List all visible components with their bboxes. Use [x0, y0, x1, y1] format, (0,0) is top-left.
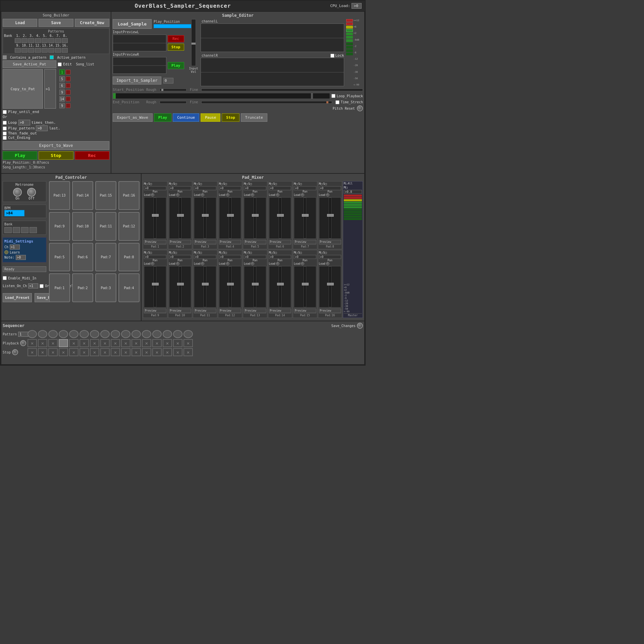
seq-st-btn-14[interactable]: ✕: [163, 348, 172, 356]
pad-11[interactable]: Pad:11: [95, 212, 116, 241]
rec-button-l[interactable]: Rec: [168, 35, 184, 42]
copy-num-input[interactable]: [44, 69, 56, 109]
sb-rec-button[interactable]: Rec: [75, 151, 109, 160]
seq-btn-9[interactable]: [111, 330, 120, 338]
pad-4[interactable]: Pad:4: [118, 273, 140, 302]
preview-btn-4[interactable]: Preview: [219, 240, 241, 244]
pat-ind-14[interactable]: [48, 48, 54, 53]
seq-pb-btn-5[interactable]: ✕: [69, 339, 78, 347]
import-button[interactable]: Import_to_Sampler: [113, 76, 161, 85]
fader-14[interactable]: [269, 266, 291, 308]
load-knob-6[interactable]: [276, 193, 279, 197]
play-until-end-checkbox[interactable]: [3, 110, 7, 114]
import-num-input[interactable]: [163, 78, 173, 84]
seq-pb-btn-13[interactable]: ✕: [152, 339, 162, 347]
seq-btn-4[interactable]: [59, 330, 68, 338]
pitch-reset-knob[interactable]: [357, 105, 363, 111]
seq-pb-btn-9[interactable]: ✕: [111, 339, 120, 347]
seq-stop-knob[interactable]: [12, 349, 18, 355]
load-knob-11[interactable]: [201, 262, 204, 265]
load-knob-4[interactable]: [226, 193, 229, 197]
pad-12[interactable]: Pad:12: [118, 212, 140, 241]
lock-checkbox[interactable]: [330, 54, 334, 58]
pat-ind-13[interactable]: [42, 48, 48, 53]
seq-st-btn-1[interactable]: ✕: [28, 348, 37, 356]
preview-btn-8[interactable]: Preview: [319, 240, 341, 244]
start-fine-slider[interactable]: [201, 89, 363, 91]
seq-btn-8[interactable]: [100, 330, 110, 338]
sb-stop-button[interactable]: Stop: [39, 151, 73, 160]
stop-button-l[interactable]: Stop: [168, 44, 184, 51]
load-button[interactable]: Load: [3, 19, 37, 27]
pat-ind-6[interactable]: [48, 38, 54, 43]
song-item-num-6[interactable]: 6: [59, 83, 65, 88]
pat-ind-1[interactable]: [15, 38, 21, 43]
preview-btn-14[interactable]: Preview: [269, 309, 291, 313]
seq-btn-15[interactable]: [173, 330, 182, 338]
seq-st-btn-4[interactable]: ✕: [59, 348, 68, 356]
song-item-num-14[interactable]: 14: [59, 96, 65, 102]
fader-16[interactable]: [319, 266, 341, 308]
loop-playback-checkbox[interactable]: [331, 94, 335, 98]
bank-box-4[interactable]: [30, 227, 37, 233]
song-item-num-1[interactable]: 1: [59, 69, 65, 75]
seq-btn-7[interactable]: [90, 330, 99, 338]
midi-ch-input[interactable]: [10, 245, 20, 250]
preview-btn-15[interactable]: Preview: [294, 309, 316, 313]
seq-pb-btn-15[interactable]: ✕: [173, 339, 182, 347]
end-rough-slider[interactable]: [160, 101, 186, 104]
song-item-del-14[interactable]: [66, 97, 70, 101]
song-item-del-6[interactable]: [66, 83, 70, 88]
fader-9[interactable]: [144, 266, 166, 308]
pat-ind-8[interactable]: [62, 38, 68, 43]
se-pause-button[interactable]: Pause: [201, 113, 220, 122]
bank-box-1[interactable]: [4, 227, 12, 233]
fader-11[interactable]: [194, 266, 216, 308]
play-position-bar[interactable]: [154, 24, 194, 28]
play-button-r[interactable]: Play: [168, 62, 184, 69]
preview-btn-6[interactable]: Preview: [269, 240, 291, 244]
fader-5[interactable]: [244, 197, 266, 239]
loop-checkbox[interactable]: [3, 121, 7, 125]
pad-5[interactable]: Pad:5: [49, 243, 70, 272]
fader-3[interactable]: [194, 197, 216, 239]
preview-btn-3[interactable]: Preview: [194, 240, 216, 244]
load-knob-7[interactable]: [301, 193, 304, 197]
seq-pattern-input[interactable]: [18, 332, 28, 337]
seq-st-btn-13[interactable]: ✕: [152, 348, 162, 356]
load-knob-13[interactable]: [251, 262, 254, 265]
pat-ind-12[interactable]: [35, 48, 41, 53]
load-knob-8[interactable]: [326, 193, 329, 197]
seq-pb-btn-8[interactable]: ✕: [100, 339, 110, 347]
load-knob-16[interactable]: [326, 262, 329, 265]
seq-btn-1[interactable]: [28, 330, 37, 338]
preview-btn-2[interactable]: Preview: [169, 240, 192, 244]
seq-pb-btn-16[interactable]: ✕: [183, 339, 193, 347]
load-knob-5[interactable]: [251, 193, 254, 197]
pad-1[interactable]: Pad:1: [49, 273, 70, 302]
seq-st-btn-11[interactable]: ✕: [131, 348, 141, 356]
preview-btn-11[interactable]: Preview: [194, 309, 216, 313]
pad-9[interactable]: Pad:9: [49, 212, 70, 241]
metro-on-knob[interactable]: [13, 188, 22, 197]
pad-16[interactable]: Pad:16: [118, 181, 140, 210]
main-pos-bar[interactable]: [113, 93, 330, 99]
loop-num-input[interactable]: [18, 120, 30, 125]
seq-btn-5[interactable]: [69, 330, 78, 338]
pad-7[interactable]: Pad:7: [95, 243, 116, 272]
song-item-del-5[interactable]: [66, 76, 70, 81]
fader-7[interactable]: [294, 197, 316, 239]
seq-pb-btn-7[interactable]: ✕: [90, 339, 99, 347]
seq-pb-btn-3[interactable]: ✕: [48, 339, 58, 347]
pad-10[interactable]: Pad:10: [72, 212, 93, 241]
learn-knob[interactable]: [4, 250, 8, 254]
play-pattern-num-input[interactable]: [36, 125, 48, 131]
load-knob-3[interactable]: [201, 193, 204, 197]
pat-ind-7[interactable]: [55, 38, 61, 43]
pat-ind-9[interactable]: [15, 48, 21, 53]
song-item-num-9a[interactable]: 9: [59, 90, 65, 95]
edit-checkbox[interactable]: [58, 62, 62, 66]
listen-ch-input[interactable]: [28, 283, 38, 288]
song-item-del-9b[interactable]: [66, 103, 70, 108]
preview-btn-13[interactable]: Preview: [244, 309, 266, 313]
